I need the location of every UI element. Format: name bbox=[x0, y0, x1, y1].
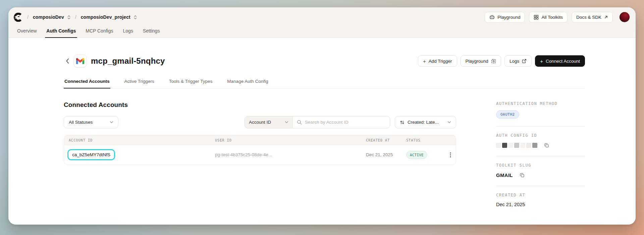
connect-account-button[interactable]: + Connect Account bbox=[535, 55, 585, 67]
docs-sdk-label: Docs & SDK bbox=[576, 15, 601, 20]
project-switcher-icon[interactable] bbox=[133, 15, 137, 20]
auth-method-label: AUTHENTICATION METHOD bbox=[496, 101, 585, 106]
search-field-value: Account ID bbox=[249, 120, 271, 125]
page-body: mcp_gmail-5nqhcy + Add Trigger Playgroun… bbox=[8, 38, 636, 225]
toolkit-slug-section: TOOLKIT SLUG GMAIL bbox=[496, 163, 585, 178]
all-toolkits-label: All Toolkits bbox=[541, 15, 563, 20]
sort-arrows-icon bbox=[400, 120, 405, 125]
tab-tools-trigger-types[interactable]: Tools & Trigger Types bbox=[168, 75, 213, 88]
top-nav-right: Playground All Toolkits Docs & SDK bbox=[485, 12, 630, 23]
row-menu-kebab-icon[interactable] bbox=[448, 150, 453, 160]
app-window: / composioDev / composioDev_project Play… bbox=[8, 7, 636, 225]
search-field-select[interactable]: Account ID bbox=[245, 116, 293, 128]
all-toolkits-button[interactable]: All Toolkits bbox=[529, 12, 568, 23]
playground-nav-button[interactable]: Playground bbox=[485, 12, 525, 23]
tab-active-triggers[interactable]: Active Triggers bbox=[124, 75, 155, 88]
sidebar-divider bbox=[496, 186, 585, 186]
back-button[interactable] bbox=[64, 56, 71, 66]
table-row[interactable]: ca_bZ5eMY7dtNfS pg-test-4b375c25-08de-4e… bbox=[64, 145, 456, 164]
open-playground-icon bbox=[491, 59, 496, 64]
breadcrumb-org[interactable]: composioDev bbox=[33, 14, 64, 20]
tab-logs[interactable]: Logs bbox=[122, 24, 133, 38]
created-at-label: CREATED AT bbox=[496, 193, 585, 197]
add-trigger-button[interactable]: + Add Trigger bbox=[418, 55, 457, 67]
tab-connected-accounts[interactable]: Connected Accounts bbox=[64, 75, 110, 88]
chevron-down-icon bbox=[110, 121, 113, 123]
section-heading: Connected Accounts bbox=[64, 101, 456, 109]
breadcrumb-separator: / bbox=[27, 14, 29, 20]
search-input[interactable] bbox=[305, 120, 386, 125]
page-title-row: mcp_gmail-5nqhcy + Add Trigger Playgroun… bbox=[64, 55, 585, 67]
org-switcher-icon[interactable] bbox=[67, 15, 71, 20]
plus-icon: + bbox=[540, 58, 543, 64]
tab-manage-auth-config[interactable]: Manage Auth Config bbox=[226, 75, 269, 88]
auth-method-badge: OAUTH2 bbox=[496, 110, 519, 119]
col-account-id: ACCOUNT ID bbox=[64, 138, 210, 142]
copy-toolkit-slug-icon[interactable] bbox=[519, 172, 525, 178]
auth-method-section: AUTHENTICATION METHOD OAUTH2 bbox=[496, 101, 585, 119]
col-user-id: USER ID bbox=[210, 138, 361, 142]
col-created-at: CREATED AT bbox=[361, 138, 401, 142]
connect-account-label: Connect Account bbox=[546, 59, 580, 64]
detail-tabs: Connected Accounts Active Triggers Tools… bbox=[64, 75, 585, 89]
sidebar-divider bbox=[496, 156, 585, 156]
auth-config-id-label: AUTH CONFIG ID bbox=[496, 133, 585, 138]
breadcrumb-separator: / bbox=[75, 14, 76, 20]
col-status: STATUS bbox=[401, 138, 445, 142]
status-badge: ACTIVE bbox=[406, 151, 427, 159]
chevron-down-icon bbox=[447, 121, 451, 123]
composio-logo-icon[interactable] bbox=[14, 13, 23, 22]
top-nav: / composioDev / composioDev_project Play… bbox=[12, 7, 632, 24]
external-arrow-icon bbox=[604, 15, 608, 19]
logs-button[interactable]: Logs bbox=[504, 55, 532, 67]
robot-icon bbox=[489, 14, 495, 20]
desktop-background: / composioDev / composioDev_project Play… bbox=[0, 0, 644, 235]
page-title: mcp_gmail-5nqhcy bbox=[91, 56, 165, 66]
docs-sdk-button[interactable]: Docs & SDK bbox=[572, 12, 613, 23]
toolkit-slug-label: TOOLKIT SLUG bbox=[496, 163, 585, 168]
created-at-section: CREATED AT Dec 21, 2025 bbox=[496, 193, 585, 207]
tab-settings[interactable]: Settings bbox=[142, 24, 161, 38]
sort-value: Created: Late... bbox=[408, 120, 439, 125]
config-sidebar: AUTHENTICATION METHOD OAUTH2 AUTH CONFIG… bbox=[496, 101, 585, 207]
sort-select[interactable]: Created: Late... bbox=[395, 116, 456, 128]
main-content-row: Connected Accounts All Statuses Account … bbox=[64, 101, 585, 207]
accounts-table: ACCOUNT ID USER ID CREATED AT STATUS ca_… bbox=[64, 135, 456, 165]
connected-accounts-section: Connected Accounts All Statuses Account … bbox=[64, 101, 456, 207]
toolkit-slug-value: GMAIL bbox=[496, 172, 513, 178]
search-box bbox=[293, 116, 390, 128]
copy-auth-config-id-icon[interactable] bbox=[543, 142, 550, 149]
status-filter-value: All Statuses bbox=[69, 120, 93, 125]
add-trigger-label: Add Trigger bbox=[429, 59, 452, 64]
app-header: / composioDev / composioDev_project Play… bbox=[8, 7, 636, 38]
auth-config-id-redacted-value bbox=[496, 143, 537, 148]
created-at-value: Dec 21, 2025 bbox=[496, 202, 525, 207]
created-at-cell: Dec 21, 2025 bbox=[361, 152, 401, 157]
playground-button[interactable]: Playground bbox=[461, 55, 501, 67]
project-tabs: Overview Auth Configs MCP Configs Logs S… bbox=[12, 24, 632, 38]
grid-icon bbox=[534, 15, 539, 20]
chevron-down-icon bbox=[285, 121, 288, 123]
sidebar-divider bbox=[496, 126, 585, 126]
search-combo: Account ID bbox=[245, 116, 390, 128]
tab-auth-configs[interactable]: Auth Configs bbox=[46, 24, 76, 38]
search-icon bbox=[297, 120, 302, 125]
plus-icon: + bbox=[423, 58, 426, 64]
breadcrumb-project[interactable]: composioDev_project bbox=[81, 14, 130, 20]
playground-nav-label: Playground bbox=[497, 15, 520, 20]
user-id-cell: pg-test-4b375c25-08de-4e... bbox=[210, 152, 361, 157]
account-id-highlight[interactable]: ca_bZ5eMY7dtNfS bbox=[67, 149, 115, 160]
tab-overview[interactable]: Overview bbox=[16, 24, 37, 38]
account-id-value: ca_bZ5eMY7dtNfS bbox=[72, 152, 110, 157]
account-id-cell: ca_bZ5eMY7dtNfS bbox=[64, 149, 210, 160]
auth-config-id-section: AUTH CONFIG ID bbox=[496, 133, 585, 149]
status-filter-select[interactable]: All Statuses bbox=[64, 116, 118, 128]
status-cell: ACTIVE bbox=[401, 151, 445, 159]
user-avatar[interactable] bbox=[620, 12, 630, 22]
logs-label: Logs bbox=[509, 59, 519, 64]
filter-row: All Statuses Account ID bbox=[64, 116, 456, 128]
tab-mcp-configs[interactable]: MCP Configs bbox=[85, 24, 114, 38]
gmail-icon bbox=[74, 55, 87, 67]
external-link-icon bbox=[522, 59, 527, 63]
page-actions: + Add Trigger Playground Logs bbox=[418, 55, 585, 67]
